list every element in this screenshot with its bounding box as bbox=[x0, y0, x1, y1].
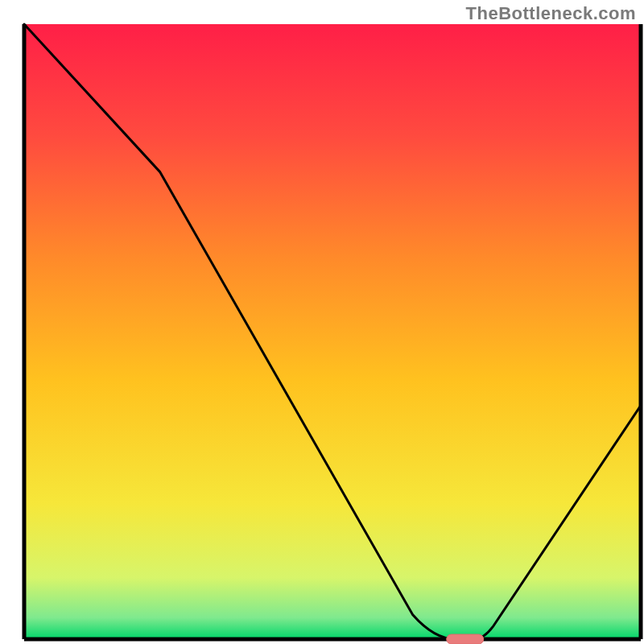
bottleneck-chart bbox=[0, 0, 644, 644]
watermark-text: TheBottleneck.com bbox=[466, 3, 636, 24]
chart-stage: TheBottleneck.com bbox=[0, 0, 644, 644]
plot-background bbox=[24, 24, 641, 639]
optimum-marker bbox=[447, 634, 484, 644]
